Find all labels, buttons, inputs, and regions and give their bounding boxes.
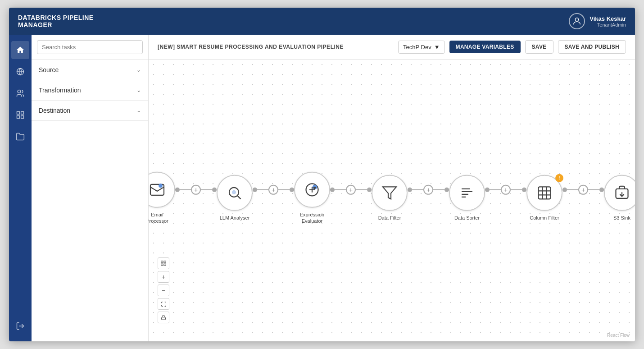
- bottom-right-label: React Flow: [607, 333, 630, 338]
- accordion-destination: Destination ⌄: [32, 101, 148, 121]
- minimap-button[interactable]: [158, 257, 169, 269]
- node-s3-sink-label: S3 Sink: [613, 215, 630, 221]
- connector-2: +: [253, 185, 294, 195]
- save-and-publish-button[interactable]: SAVE AND PUBLISH: [558, 40, 626, 54]
- svg-rect-29: [161, 264, 163, 266]
- pipeline-flow: EmailProcessor +: [149, 171, 635, 224]
- environment-dropdown[interactable]: TechP Dev ▼: [398, 41, 445, 54]
- svg-rect-20: [539, 187, 551, 199]
- warning-badge: !: [555, 174, 563, 182]
- nav-users[interactable]: [11, 84, 29, 102]
- svg-rect-3: [17, 112, 20, 115]
- pipeline-title: [NEW] SMART RESUME PROCESSING AND EVALUA…: [158, 44, 394, 50]
- save-button[interactable]: SAVE: [525, 40, 553, 54]
- add-node-1-button[interactable]: +: [191, 185, 201, 195]
- accordion-transformation-header[interactable]: Transformation ⌄: [32, 80, 148, 100]
- top-header: DATABRICKS PIPELINE MANAGER Vikas Keskar…: [9, 8, 635, 35]
- sidebar-panel: Source ⌄ Transformation ⌄ Destination ⌄: [32, 35, 149, 341]
- node-llm-analyser[interactable]: LLM Analyser: [217, 175, 253, 221]
- connector-3: +: [330, 185, 372, 195]
- add-node-6-button[interactable]: +: [578, 185, 588, 195]
- zoom-out-button[interactable]: −: [158, 285, 169, 296]
- environment-label: TechP Dev: [403, 44, 431, 51]
- user-details: Vikas Keskar TenantAdmin: [590, 15, 626, 28]
- node-s3-sink[interactable]: S3 Sink: [604, 175, 635, 221]
- dropdown-chevron-icon: ▼: [434, 44, 440, 51]
- svg-point-9: [159, 184, 163, 188]
- svg-rect-28: [164, 261, 166, 263]
- svg-rect-5: [17, 116, 20, 119]
- main-area: Source ⌄ Transformation ⌄ Destination ⌄: [9, 35, 635, 341]
- add-node-2-button[interactable]: +: [268, 185, 278, 195]
- node-email-processor[interactable]: EmailProcessor: [149, 171, 175, 224]
- node-llm-analyser-label: LLM Analyser: [220, 215, 250, 221]
- node-expression-evaluator-label: ExpressionEvaluator: [300, 211, 324, 224]
- accordion-destination-label: Destination: [39, 107, 70, 114]
- accordion-transformation: Transformation ⌄: [32, 80, 148, 101]
- user-name: Vikas Keskar: [590, 15, 626, 22]
- pipeline-toolbar: [NEW] SMART RESUME PROCESSING AND EVALUA…: [149, 35, 635, 60]
- app-title-line1: DATABRICKS PIPELINE: [18, 14, 94, 21]
- connector-1: +: [175, 185, 217, 195]
- svg-rect-4: [21, 112, 24, 115]
- chevron-down-icon: ⌄: [136, 87, 141, 93]
- user-role: TenantAdmin: [597, 22, 626, 28]
- nav-globe[interactable]: [11, 63, 29, 81]
- svg-point-0: [576, 18, 579, 21]
- chevron-down-icon: ⌄: [136, 67, 141, 73]
- zoom-controls: + −: [158, 257, 169, 323]
- add-node-4-button[interactable]: +: [423, 185, 433, 195]
- pipeline-canvas: [NEW] SMART RESUME PROCESSING AND EVALUA…: [149, 35, 635, 341]
- left-nav: [9, 35, 32, 341]
- avatar: [569, 13, 585, 29]
- node-expression-evaluator[interactable]: + ExpressionEvaluator: [294, 171, 330, 224]
- accordion-destination-header[interactable]: Destination ⌄: [32, 101, 148, 120]
- chevron-down-icon: ⌄: [136, 107, 141, 114]
- node-column-filter[interactable]: ! Column Filter: [526, 175, 562, 221]
- accordion-transformation-label: Transformation: [39, 87, 81, 94]
- node-data-sorter[interactable]: Data Sorter: [449, 175, 485, 221]
- node-email-processor-label: EmailProcessor: [149, 211, 168, 224]
- accordion-source-header[interactable]: Source ⌄: [32, 60, 148, 80]
- svg-line-11: [238, 196, 241, 199]
- svg-rect-31: [162, 317, 166, 320]
- nav-folder[interactable]: [11, 128, 29, 146]
- search-box: [32, 35, 148, 60]
- canvas-area[interactable]: EmailProcessor +: [149, 60, 635, 341]
- search-input[interactable]: [37, 40, 143, 54]
- app-title-line2: MANAGER: [18, 21, 94, 28]
- app-brand: DATABRICKS PIPELINE MANAGER: [18, 14, 94, 28]
- fit-view-button[interactable]: [158, 298, 169, 310]
- svg-point-2: [18, 90, 21, 93]
- accordion-source: Source ⌄: [32, 60, 148, 80]
- connector-4: +: [408, 185, 449, 195]
- svg-rect-6: [21, 116, 24, 119]
- accordion-source-label: Source: [39, 66, 59, 73]
- manage-variables-button[interactable]: MANAGE VARIABLES: [449, 41, 521, 53]
- nav-grid[interactable]: [11, 106, 29, 124]
- add-node-3-button[interactable]: +: [346, 185, 356, 195]
- connector-6: +: [562, 185, 604, 195]
- lock-button[interactable]: [158, 312, 169, 323]
- svg-rect-30: [164, 264, 166, 266]
- svg-rect-27: [161, 261, 163, 263]
- svg-point-12: [232, 190, 236, 194]
- zoom-in-button[interactable]: +: [158, 271, 169, 283]
- nav-home[interactable]: [11, 41, 29, 59]
- connector-5: +: [485, 185, 526, 195]
- user-info: Vikas Keskar TenantAdmin: [569, 13, 626, 29]
- node-column-filter-label: Column Filter: [530, 215, 559, 221]
- add-node-5-button[interactable]: +: [501, 185, 511, 195]
- nav-logout[interactable]: [11, 317, 29, 335]
- node-data-filter[interactable]: Data Filter: [372, 175, 408, 221]
- svg-text:+: +: [314, 186, 316, 188]
- node-data-sorter-label: Data Sorter: [454, 215, 480, 221]
- node-data-filter-label: Data Filter: [378, 215, 401, 221]
